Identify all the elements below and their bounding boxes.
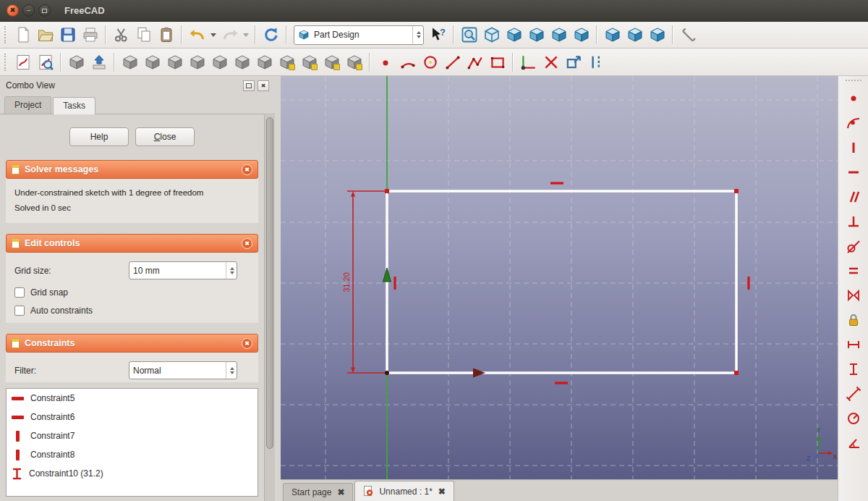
new-document-button[interactable] bbox=[12, 24, 34, 46]
constraint-list[interactable]: Constraint5 Constraint6 Constraint7 Cons… bbox=[6, 388, 258, 497]
sketch-rectangle[interactable] bbox=[387, 191, 736, 373]
create-sketch-button[interactable] bbox=[12, 51, 34, 73]
scrollbar-thumb[interactable] bbox=[266, 117, 273, 449]
pad-button[interactable] bbox=[119, 51, 141, 73]
paste-button[interactable] bbox=[155, 24, 177, 46]
edit-sketch-button[interactable] bbox=[34, 51, 56, 73]
float-panel-button[interactable] bbox=[243, 80, 255, 91]
additive-loft-button[interactable] bbox=[231, 51, 253, 73]
collapse-section-button[interactable]: ✖ bbox=[242, 338, 252, 349]
create-line-button[interactable] bbox=[441, 51, 464, 73]
constrain-parallel-button[interactable] bbox=[843, 186, 864, 207]
constraints-header[interactable]: Constraints ✖ bbox=[6, 334, 258, 353]
grid-snap-checkbox[interactable] bbox=[14, 287, 25, 298]
view-left-button[interactable] bbox=[624, 24, 646, 46]
constrain-horizontal-button[interactable] bbox=[843, 161, 864, 182]
tab-project[interactable]: Project bbox=[4, 96, 51, 114]
toolbar-drag-handle[interactable] bbox=[4, 26, 9, 43]
grid-size-select[interactable]: 10 mm bbox=[129, 261, 237, 279]
sketch-3d-view[interactable]: 31.20 bbox=[281, 76, 838, 479]
dimension-label[interactable]: 31.20 bbox=[342, 272, 351, 292]
constrain-point-on-object-button[interactable] bbox=[843, 112, 864, 133]
auto-constraints-checkbox[interactable] bbox=[14, 306, 25, 316]
constrain-vertical-button[interactable] bbox=[843, 137, 864, 158]
groove-button[interactable] bbox=[208, 51, 231, 73]
view-front-button[interactable] bbox=[503, 24, 525, 46]
toolbar-drag-handle[interactable] bbox=[846, 80, 861, 84]
redo-button[interactable] bbox=[218, 24, 241, 46]
window-minimize-button[interactable]: – bbox=[22, 4, 35, 17]
constrain-perpendicular-button[interactable] bbox=[843, 211, 864, 232]
tab-tasks[interactable]: Tasks bbox=[53, 97, 95, 114]
toggle-construction-button[interactable] bbox=[584, 51, 607, 73]
hole-button[interactable] bbox=[186, 51, 208, 73]
help-button[interactable]: Help bbox=[69, 127, 129, 146]
constrain-distance-x-button[interactable] bbox=[843, 334, 864, 355]
collapse-section-button[interactable]: ✖ bbox=[242, 164, 252, 175]
redo-history-dropdown[interactable] bbox=[241, 24, 251, 46]
create-body-button[interactable] bbox=[65, 51, 88, 73]
draft-button[interactable] bbox=[320, 51, 343, 73]
map-sketch-button[interactable] bbox=[88, 51, 110, 73]
create-arc-button[interactable] bbox=[396, 51, 419, 73]
sketch-vertices[interactable] bbox=[385, 189, 739, 375]
constraint-list-item[interactable]: Constraint6 bbox=[7, 408, 258, 426]
view-rear-button[interactable] bbox=[570, 24, 592, 46]
cut-button[interactable] bbox=[110, 24, 132, 46]
constraint-filter-select[interactable]: Normal bbox=[129, 361, 237, 379]
constrain-angle-button[interactable] bbox=[843, 432, 864, 453]
print-button[interactable] bbox=[79, 24, 101, 46]
thickness-button[interactable] bbox=[343, 51, 365, 73]
window-maximize-button[interactable] bbox=[38, 4, 51, 17]
collapse-section-button[interactable]: ✖ bbox=[242, 238, 252, 249]
chamfer-button[interactable] bbox=[298, 51, 320, 73]
view-right-button[interactable] bbox=[548, 24, 570, 46]
solver-messages-header[interactable]: Solver messages ✖ bbox=[6, 160, 258, 179]
window-close-button[interactable]: ✖ bbox=[7, 4, 19, 17]
constraint-list-item[interactable]: Constraint8 bbox=[7, 445, 258, 464]
constrain-equal-button[interactable] bbox=[843, 260, 864, 281]
constrain-lock-button[interactable] bbox=[843, 309, 864, 330]
create-point-button[interactable] bbox=[374, 51, 396, 73]
close-tab-icon[interactable]: ✖ bbox=[438, 487, 446, 497]
pocket-button[interactable] bbox=[163, 51, 186, 73]
open-document-button[interactable] bbox=[34, 24, 56, 46]
constrain-symmetric-button[interactable] bbox=[843, 285, 864, 306]
copy-button[interactable] bbox=[132, 24, 155, 46]
constrain-distance-button[interactable] bbox=[843, 383, 864, 404]
view-axonometric-button[interactable] bbox=[480, 24, 503, 46]
view-bottom-button[interactable] bbox=[601, 24, 624, 46]
view-isometric-button[interactable] bbox=[646, 24, 668, 46]
save-document-button[interactable] bbox=[56, 24, 79, 46]
whats-this-button[interactable]: ? bbox=[427, 24, 449, 46]
revolution-button[interactable] bbox=[141, 51, 163, 73]
dimension-31-20[interactable]: 31.20 bbox=[342, 191, 386, 373]
constraint-list-item[interactable]: Constraint5 bbox=[7, 389, 258, 408]
panel-splitter[interactable] bbox=[275, 76, 281, 501]
toolbar-drag-handle[interactable] bbox=[4, 54, 9, 71]
create-circle-button[interactable] bbox=[419, 51, 441, 73]
carbon-copy-button[interactable] bbox=[562, 51, 584, 73]
create-rectangle-button[interactable] bbox=[486, 51, 509, 73]
constrain-tangent-button[interactable] bbox=[843, 235, 864, 256]
close-panel-button[interactable]: ✖ bbox=[258, 80, 269, 91]
trim-edge-button[interactable] bbox=[540, 51, 562, 73]
tab-start-page[interactable]: Start page ✖ bbox=[283, 483, 353, 501]
additive-pipe-button[interactable] bbox=[253, 51, 276, 73]
fillet-button[interactable] bbox=[276, 51, 298, 73]
undo-history-dropdown[interactable] bbox=[208, 24, 218, 46]
constrain-radius-button[interactable] bbox=[843, 408, 864, 429]
task-panel-scrollbar[interactable] bbox=[264, 115, 275, 501]
edit-controls-header[interactable]: Edit controls ✖ bbox=[6, 234, 258, 253]
fit-all-button[interactable] bbox=[458, 24, 480, 46]
view-top-button[interactable] bbox=[525, 24, 548, 46]
close-task-button[interactable]: Close bbox=[135, 127, 195, 146]
close-tab-icon[interactable]: ✖ bbox=[337, 487, 344, 497]
create-polyline-button[interactable] bbox=[464, 51, 486, 73]
constraint-list-item[interactable]: Constraint10 (31.2) bbox=[7, 464, 258, 483]
workbench-selector[interactable]: Part Design bbox=[294, 25, 424, 45]
undo-button[interactable] bbox=[186, 24, 208, 46]
measure-distance-button[interactable] bbox=[677, 24, 699, 46]
origin-point[interactable] bbox=[385, 371, 389, 375]
constrain-coincident-button[interactable] bbox=[843, 88, 864, 109]
